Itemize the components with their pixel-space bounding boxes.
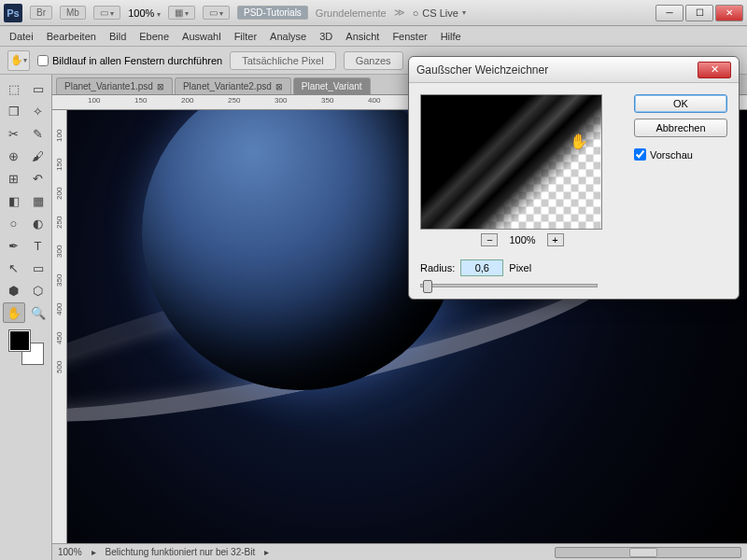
slider-thumb[interactable]	[423, 280, 432, 293]
scroll-all-label: Bildlauf in allen Fenstern durchführen	[52, 55, 222, 66]
dialog-title: Gaußscher Weichzeichner	[416, 63, 548, 77]
actual-pixels-button[interactable]: Tatsächliche Pixel	[230, 51, 335, 70]
radius-input[interactable]	[460, 259, 503, 276]
preview-checkbox-input[interactable]	[634, 148, 646, 161]
status-arrow-icon[interactable]: ▸	[92, 547, 96, 557]
menu-analyse[interactable]: Analyse	[270, 31, 306, 42]
preview-zoom-level: 100%	[509, 234, 535, 245]
hand-tool[interactable]: ✋	[3, 302, 25, 323]
history-brush-tool[interactable]: ↶	[27, 168, 49, 189]
vertical-ruler: 100150200250300350400450500	[52, 110, 67, 560]
doc-tab-0[interactable]: Planet_Variante1.psd⊠	[56, 77, 173, 94]
zoom-tool[interactable]: 🔍	[27, 302, 49, 323]
move-tool[interactable]: ⬚	[3, 78, 25, 99]
ok-button[interactable]: OK	[634, 94, 727, 113]
arrange-dropdown[interactable]: ▦	[168, 6, 195, 20]
status-zoom[interactable]: 100%	[58, 547, 82, 557]
menu-fenster[interactable]: Fenster	[392, 31, 427, 42]
selection-tool[interactable]: ▭	[27, 78, 49, 99]
status-arrow2-icon[interactable]: ▸	[264, 547, 269, 557]
scrollbar-thumb[interactable]	[629, 548, 657, 557]
scroll-all-input[interactable]	[37, 55, 49, 66]
workspace-more[interactable]: ≫	[394, 7, 405, 19]
horizontal-scrollbar[interactable]	[555, 547, 741, 558]
preview-checkbox[interactable]: Vorschau	[634, 148, 727, 161]
toolbox: ⬚ ▭ ❒ ✧ ✂ ✎ ⊕ 🖌 ⊞ ↶ ◧ ▦ ○ ◐ ✒ T ↖ ▭ ⬢ ⬡ …	[0, 75, 52, 560]
color-swatches[interactable]	[9, 330, 43, 364]
scroll-all-checkbox[interactable]: Bildlauf in allen Fenstern durchführen	[37, 55, 222, 66]
fit-screen-button[interactable]: Ganzes	[344, 51, 403, 70]
3d-tool[interactable]: ⬢	[3, 280, 25, 301]
close-button[interactable]: ✕	[715, 5, 743, 21]
current-tool-icon[interactable]: ✋	[7, 50, 30, 71]
bridge-button[interactable]: Br	[30, 6, 52, 20]
shape-tool[interactable]: ▭	[27, 258, 49, 278]
menu-ebene[interactable]: Ebene	[139, 31, 169, 42]
radius-slider[interactable]	[420, 284, 598, 287]
menu-hilfe[interactable]: Hilfe	[441, 31, 461, 42]
cancel-button[interactable]: Abbrechen	[634, 119, 727, 137]
app-icon: Ps	[4, 4, 22, 22]
workspace-grundelemente[interactable]: Grundelemente	[316, 7, 387, 19]
dodge-tool[interactable]: ◐	[27, 213, 49, 233]
eraser-tool[interactable]: ◧	[3, 190, 25, 211]
gaussian-blur-dialog: Gaußscher Weichzeichner ✕ ✋ − 100% + Rad…	[408, 56, 740, 300]
hand-cursor-icon: ✋	[570, 133, 588, 150]
workspace-psd-tutorials[interactable]: PSD-Tutorials	[237, 6, 308, 20]
menu-3d[interactable]: 3D	[319, 31, 332, 42]
blur-tool[interactable]: ○	[3, 213, 25, 233]
cslive-dropdown[interactable]: CS Live	[413, 7, 466, 19]
path-tool[interactable]: ↖	[3, 258, 25, 278]
preview-checkbox-label: Vorschau	[650, 149, 693, 161]
menu-bar: Datei Bearbeiten Bild Ebene Auswahl Filt…	[0, 26, 747, 47]
filter-preview[interactable]: ✋	[420, 94, 602, 230]
zoom-dropdown[interactable]: 100%	[128, 7, 160, 19]
close-tab-icon[interactable]: ⊠	[157, 82, 164, 91]
view-extras-dropdown[interactable]: ▭	[93, 6, 120, 20]
doc-tab-2[interactable]: Planet_Variant	[293, 77, 371, 94]
status-bar: 100% ▸ Belichtung funktioniert nur bei 3…	[52, 543, 747, 560]
minibridge-button[interactable]: Mb	[60, 6, 86, 20]
title-bar: Ps Br Mb ▭ 100% ▦ ▭ PSD-Tutorials Grunde…	[0, 0, 747, 26]
menu-bild[interactable]: Bild	[109, 31, 126, 42]
radius-label: Radius:	[420, 262, 455, 273]
brush-tool[interactable]: 🖌	[27, 146, 49, 166]
radius-unit: Pixel	[509, 262, 531, 273]
heal-tool[interactable]: ⊕	[3, 146, 25, 166]
menu-auswahl[interactable]: Auswahl	[182, 31, 221, 42]
3d-camera-tool[interactable]: ⬡	[27, 280, 49, 301]
pen-tool[interactable]: ✒	[3, 235, 25, 256]
menu-ansicht[interactable]: Ansicht	[345, 31, 379, 42]
type-tool[interactable]: T	[27, 235, 49, 256]
zoom-out-button[interactable]: −	[481, 233, 498, 246]
gradient-tool[interactable]: ▦	[27, 190, 49, 211]
maximize-button[interactable]: ☐	[685, 5, 713, 21]
lasso-tool[interactable]: ❒	[3, 101, 25, 121]
foreground-color[interactable]	[9, 330, 30, 351]
zoom-in-button[interactable]: +	[547, 233, 564, 246]
close-tab-icon[interactable]: ⊠	[275, 82, 283, 91]
crop-tool[interactable]: ✂	[3, 123, 25, 144]
menu-filter[interactable]: Filter	[234, 31, 257, 42]
menu-datei[interactable]: Datei	[9, 31, 34, 42]
status-message: Belichtung funktioniert nur bei 32-Bit	[106, 547, 256, 557]
minimize-button[interactable]: ─	[655, 5, 684, 21]
doc-tab-1[interactable]: Planet_Variante2.psd⊠	[175, 77, 291, 94]
dialog-close-button[interactable]: ✕	[698, 62, 731, 78]
dialog-titlebar[interactable]: Gaußscher Weichzeichner ✕	[409, 57, 739, 83]
menu-bearbeiten[interactable]: Bearbeiten	[47, 31, 96, 42]
stamp-tool[interactable]: ⊞	[3, 168, 25, 189]
wand-tool[interactable]: ✧	[27, 101, 49, 121]
screenmode-dropdown[interactable]: ▭	[203, 6, 230, 20]
eyedropper-tool[interactable]: ✎	[27, 123, 49, 144]
